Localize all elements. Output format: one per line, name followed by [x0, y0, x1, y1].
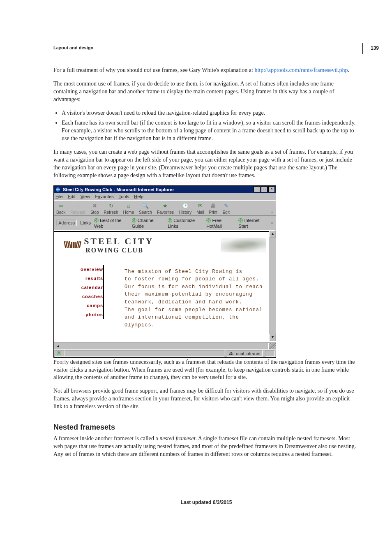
ie-maximize-button[interactable]: □ — [261, 186, 267, 192]
nav-camps[interactable]: camps — [59, 301, 104, 310]
menu-edit[interactable]: Edit — [68, 194, 76, 199]
body-line-6: and international competition, the — [125, 314, 272, 321]
ie-addressbar: Address Links ⓔ Best of the Web ⓔ Channe… — [54, 216, 276, 230]
framesevil-link[interactable]: http://apptools.com/rants/framesevil.php — [254, 67, 348, 73]
tb-stop[interactable]: ✖Stop — [90, 202, 99, 215]
link-customizelinks[interactable]: ⓔ Customize Links — [168, 217, 203, 229]
paragraph-1: For a full treatment of why you should n… — [53, 67, 359, 74]
site-nav: overview results calendar coaches camps … — [54, 257, 107, 349]
advantages-list: A visitor's browser doesn't need to relo… — [53, 109, 359, 143]
status-left — [65, 350, 224, 357]
link-freehotmail[interactable]: ⓔ Free HotMail — [206, 217, 235, 229]
nav-calendar[interactable]: calendar — [59, 283, 104, 292]
status-grip — [265, 350, 275, 357]
ie-app-icon — [55, 187, 61, 192]
oars-icon: \\\\III/// — [64, 240, 81, 250]
p1-c: use frames, see Gary White's explanation… — [151, 67, 254, 73]
tb-chevron-icon[interactable]: » — [271, 210, 273, 215]
link-internetstart[interactable]: ⓔ Internet Start — [238, 217, 267, 229]
addr-label: Address — [56, 220, 77, 226]
nav-coaches[interactable]: coaches — [59, 292, 104, 301]
body-line-1: to foster rowing for people of all ages. — [125, 275, 272, 283]
advantage-2: Each frame has its own scroll bar (if th… — [62, 119, 359, 143]
header-photo — [221, 238, 266, 252]
paragraph-3: In many cases, you can create a web page… — [53, 148, 359, 180]
p1-not: not — [144, 67, 151, 73]
body-line-0: The mission of Steel City Rowing is — [125, 268, 272, 276]
body-line-5: The goal for some people becomes nationa… — [125, 306, 272, 314]
tb-favorites[interactable]: ★Favorites — [157, 202, 174, 215]
brand-line1: STEEL CITY — [84, 236, 154, 247]
status-zone: 🖧 Local intranet — [227, 350, 263, 357]
ie-statusbar: ⓔ 🖧 Local intranet — [54, 349, 276, 357]
p1-d: . — [348, 67, 350, 73]
horizontal-scrollbar[interactable]: ◂ ▸ — [54, 342, 276, 349]
tb-back[interactable]: ⇦Back — [56, 202, 65, 215]
ie-content-area: \\\\III/// STEEL CITY ROWING CLUB overvi… — [54, 230, 276, 349]
links-label: Links — [80, 220, 91, 225]
vertical-scrollbar[interactable]: ▴ ▾ — [269, 230, 276, 341]
resize-grip-icon[interactable] — [269, 343, 276, 349]
nav-results[interactable]: results — [59, 274, 104, 283]
menu-file[interactable]: File — [55, 194, 63, 199]
paragraph-6: A frameset inside another frameset is ca… — [53, 435, 359, 458]
p6-a: A frameset inside another frameset is ca… — [53, 435, 159, 442]
ie-menubar: File Edit View Favorites Tools Help — [54, 193, 276, 200]
addr-chevron-icon[interactable]: » — [271, 220, 273, 225]
tb-search[interactable]: 🔍Search — [139, 202, 152, 215]
ie-close-button[interactable]: × — [268, 186, 275, 192]
tb-home[interactable]: ⌂Home — [123, 202, 134, 215]
nav-overview[interactable]: overview — [59, 265, 104, 274]
scroll-up-icon[interactable]: ▴ — [269, 230, 276, 238]
tb-edit[interactable]: ✎Edit — [222, 202, 230, 215]
paragraph-4: Poorly designed sites use frames unneces… — [53, 358, 359, 382]
site-header: \\\\III/// STEEL CITY ROWING CLUB — [54, 232, 276, 257]
brand-line2: ROWING CLUB — [84, 247, 154, 254]
link-channelguide[interactable]: ⓔ Channel Guide — [132, 217, 164, 229]
ie-titlebar: Steel City Rowing Club - Microsoft Inter… — [54, 186, 276, 193]
menu-view[interactable]: View — [81, 194, 90, 199]
menu-favorites[interactable]: Favorites — [95, 194, 113, 199]
p1-a: For a full treatment of why you should — [53, 67, 144, 73]
body-line-2: Our focus is for each individual to reac… — [125, 283, 272, 291]
scroll-down-icon[interactable]: ▾ — [269, 334, 276, 341]
link-bestoftheweb[interactable]: ⓔ Best of the Web — [94, 217, 129, 229]
menu-tools[interactable]: Tools — [119, 194, 129, 199]
section-tag: Layout and design — [53, 45, 359, 50]
body-line-7: Olympics. — [125, 321, 272, 329]
tb-history[interactable]: 🕑History — [179, 202, 191, 215]
tb-forward: ⇨Forward — [70, 202, 85, 215]
body-line-3: their maximum potential by encouraging — [125, 291, 272, 298]
tb-mail[interactable]: ✉Mail — [196, 202, 204, 215]
menu-help[interactable]: Help — [134, 194, 143, 199]
status-e-icon: ⓔ — [55, 350, 65, 357]
ie-minimize-button[interactable]: _ — [254, 186, 260, 192]
scroll-left-icon[interactable]: ◂ — [54, 343, 61, 349]
ie-title: Steel City Rowing Club - Microsoft Inter… — [63, 187, 174, 192]
body-line-4: teamwork, dedication and hard work. — [125, 298, 272, 306]
nav-photos[interactable]: photos — [59, 310, 104, 319]
page-number: 139 — [365, 45, 379, 51]
last-updated: Last updated 6/3/2015 — [53, 500, 359, 505]
paragraph-5: Not all browsers provide good frame supp… — [53, 387, 359, 411]
ie-toolbar: ⇦Back ⇨Forward ✖Stop ↻Refresh ⌂Home 🔍Sea… — [54, 200, 276, 216]
paragraph-2: The most common use of frames, if you do… — [53, 80, 359, 104]
tb-refresh[interactable]: ↻Refresh — [104, 202, 118, 215]
tb-print[interactable]: 🖶Print — [209, 202, 217, 215]
advantage-1: A visitor's browser doesn't need to relo… — [62, 109, 359, 117]
site-main-text: The mission of Steel City Rowing is to f… — [107, 257, 276, 349]
p6-nested: nested frameset — [159, 435, 195, 442]
ie-window: Steel City Rowing Club - Microsoft Inter… — [53, 185, 276, 358]
heading-nested-framesets: Nested framesets — [53, 423, 359, 432]
